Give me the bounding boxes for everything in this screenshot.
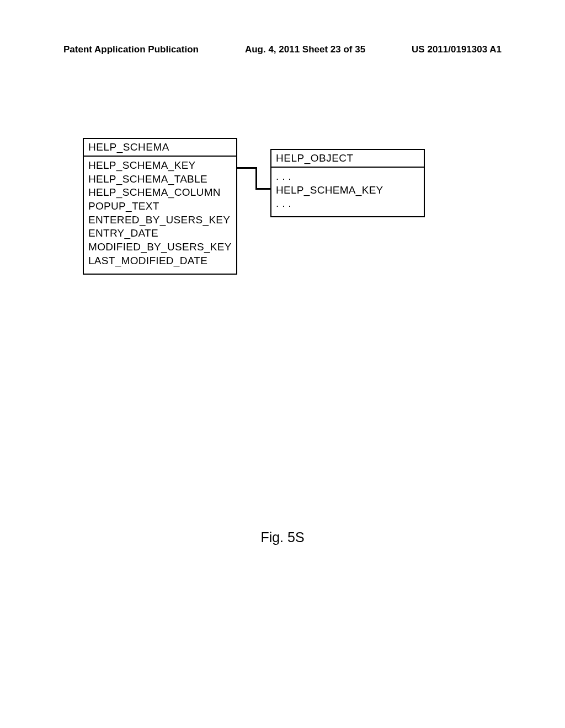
field-row: HELP_SCHEMA_TABLE bbox=[88, 173, 232, 186]
header-publication-number: US 2011/0191303 A1 bbox=[412, 44, 502, 55]
entity-title: HELP_SCHEMA bbox=[84, 139, 236, 157]
entity-fields: . . . HELP_SCHEMA_KEY . . . bbox=[271, 168, 424, 216]
field-row: MODIFIED_BY_USERS_KEY bbox=[88, 240, 232, 254]
field-row: HELP_SCHEMA_KEY bbox=[88, 159, 232, 173]
field-row: HELP_SCHEMA_COLUMN bbox=[88, 186, 232, 200]
field-row: ENTERED_BY_USERS_KEY bbox=[88, 213, 232, 227]
connector-segment bbox=[255, 188, 270, 190]
field-row: . . . bbox=[276, 197, 419, 211]
connector-segment bbox=[237, 167, 257, 169]
entity-help-schema: HELP_SCHEMA HELP_SCHEMA_KEY HELP_SCHEMA_… bbox=[83, 138, 237, 275]
entity-help-object: HELP_OBJECT . . . HELP_SCHEMA_KEY . . . bbox=[270, 149, 425, 217]
page-header: Patent Application Publication Aug. 4, 2… bbox=[0, 44, 565, 55]
entity-title: HELP_OBJECT bbox=[271, 150, 424, 168]
header-publication-type: Patent Application Publication bbox=[63, 44, 199, 55]
connector-segment bbox=[255, 167, 257, 189]
field-row: LAST_MODIFIED_DATE bbox=[88, 254, 232, 268]
field-row: ENTRY_DATE bbox=[88, 227, 232, 240]
entity-fields: HELP_SCHEMA_KEY HELP_SCHEMA_TABLE HELP_S… bbox=[84, 157, 236, 274]
figure-label: Fig. 5S bbox=[0, 529, 565, 545]
field-row: . . . bbox=[276, 170, 419, 184]
field-row: HELP_SCHEMA_KEY bbox=[276, 184, 419, 197]
field-row: POPUP_TEXT bbox=[88, 200, 232, 213]
header-date-sheet: Aug. 4, 2011 Sheet 23 of 35 bbox=[245, 44, 365, 55]
